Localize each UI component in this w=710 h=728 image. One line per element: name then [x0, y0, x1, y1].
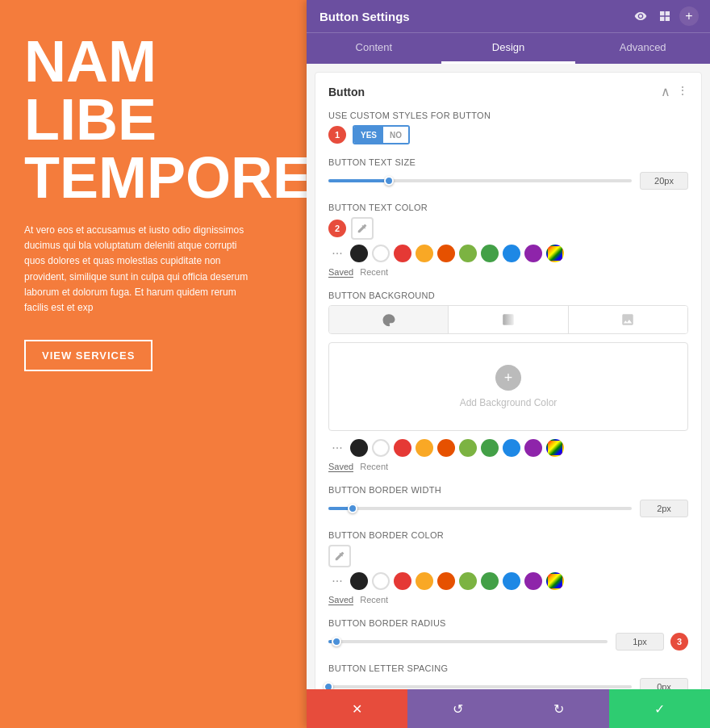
text-color-recent[interactable]: Recent	[360, 267, 388, 278]
redo-button[interactable]: ↻	[508, 689, 609, 728]
toggle-no[interactable]: NO	[383, 127, 408, 143]
text-color-saved[interactable]: Saved	[328, 267, 353, 278]
text-size-slider-row: 20px	[328, 172, 688, 190]
color-more-btn[interactable]: ···	[328, 245, 346, 262]
svg-rect-3	[503, 314, 514, 325]
color-green-light[interactable]	[459, 245, 477, 262]
text-size-field: Button Text Size 20px	[328, 157, 688, 190]
border-color-green[interactable]	[481, 572, 499, 590]
save-button[interactable]: ✓	[609, 689, 710, 728]
color-blue[interactable]	[503, 245, 520, 262]
border-color-black[interactable]	[350, 572, 368, 590]
bg-add-icon: +	[495, 365, 521, 391]
border-radius-label: Button Border Radius	[328, 618, 688, 628]
color-orange[interactable]	[437, 245, 455, 262]
bg-color-yellow[interactable]	[416, 439, 433, 457]
panel-header: Button Settings	[307, 0, 710, 32]
border-color-yellow[interactable]	[416, 572, 433, 590]
bg-tab-gradient[interactable]	[449, 306, 568, 333]
bg-color-more[interactable]: ···	[328, 439, 346, 457]
tab-content[interactable]: Content	[307, 33, 441, 64]
panel-body: Button ∧ ⋮ Use Custom Styles For Button …	[307, 64, 710, 689]
custom-styles-label: Use Custom Styles For Button	[328, 111, 688, 120]
border-color-orange[interactable]	[437, 572, 455, 590]
border-color-saved-recent: Saved Recent	[328, 595, 688, 605]
bg-color-green[interactable]	[481, 439, 499, 457]
border-color-swatches: ···	[328, 572, 688, 590]
border-width-value[interactable]: 2px	[640, 500, 688, 517]
page-cta-button[interactable]: VIEW SERVICES	[24, 340, 152, 371]
bg-color-purple[interactable]	[524, 439, 542, 457]
page-body: At vero eos et accusamus et iusto odio d…	[24, 223, 258, 316]
layout-icon[interactable]	[657, 8, 673, 24]
collapse-icon[interactable]: ∧	[661, 84, 670, 99]
toggle-row: 1 YES NO	[328, 125, 688, 144]
custom-styles-field: Use Custom Styles For Button 1 YES NO	[328, 111, 688, 144]
bg-color-green-light[interactable]	[459, 439, 477, 457]
text-size-thumb[interactable]	[384, 176, 394, 186]
letter-spacing-track[interactable]	[328, 685, 632, 688]
toggle-yes[interactable]: YES	[354, 127, 383, 143]
border-color-white[interactable]	[372, 572, 390, 590]
cancel-button[interactable]: ✕	[307, 689, 407, 728]
border-radius-track[interactable]	[328, 640, 608, 643]
bg-color-black[interactable]	[350, 439, 368, 457]
border-color-recent[interactable]: Recent	[360, 595, 388, 605]
custom-styles-toggle[interactable]: YES NO	[353, 125, 410, 144]
border-radius-slider-row: 1px	[328, 633, 664, 651]
undo-button[interactable]: ↺	[407, 689, 508, 728]
bg-color-orange[interactable]	[437, 439, 455, 457]
bg-type-tabs	[328, 305, 688, 334]
border-width-slider-row: 2px	[328, 500, 688, 517]
add-element-button[interactable]: +	[679, 6, 699, 26]
bg-color-white[interactable]	[372, 439, 390, 457]
bg-recent[interactable]: Recent	[360, 462, 388, 472]
color-purple[interactable]	[524, 245, 542, 262]
border-color-picker-btn[interactable]	[328, 545, 351, 567]
bg-tab-color[interactable]	[329, 306, 449, 333]
page-content: NAM LIBETEMPORE At vero eos et accusamus…	[0, 0, 282, 728]
tab-advanced[interactable]: Advanced	[575, 33, 710, 64]
bg-color-box[interactable]: + Add Background Color	[328, 342, 688, 431]
text-size-value[interactable]: 20px	[640, 172, 688, 190]
letter-spacing-value[interactable]: 0px	[640, 678, 688, 689]
panel-footer: ✕ ↺ ↻ ✓	[307, 689, 710, 728]
text-color-field: Button Text Color 2 ···	[328, 203, 688, 278]
bg-tab-image[interactable]	[569, 306, 687, 333]
border-width-track[interactable]	[328, 507, 632, 510]
view-icon[interactable]	[633, 8, 649, 24]
bg-saved-recent: Saved Recent	[328, 462, 688, 472]
border-width-thumb[interactable]	[348, 504, 357, 513]
border-color-saved[interactable]: Saved	[328, 595, 353, 605]
color-black[interactable]	[350, 245, 368, 262]
color-yellow[interactable]	[416, 245, 433, 262]
border-color-blue[interactable]	[503, 572, 520, 590]
bg-color-swatches: ···	[328, 439, 688, 457]
section-header-icons: ∧ ⋮	[661, 84, 688, 99]
color-white[interactable]	[372, 245, 390, 262]
letter-spacing-thumb[interactable]	[324, 682, 333, 689]
border-radius-thumb[interactable]	[332, 637, 341, 646]
bg-color-custom[interactable]	[546, 439, 564, 457]
border-color-red[interactable]	[394, 572, 411, 590]
border-color-more[interactable]: ···	[328, 572, 346, 590]
color-green[interactable]	[481, 245, 499, 262]
tab-design[interactable]: Design	[441, 33, 576, 64]
border-color-custom[interactable]	[546, 572, 564, 590]
bg-field: Button Background + Add Background Color	[328, 291, 688, 472]
border-color-green-light[interactable]	[459, 572, 477, 590]
section-header: Button ∧ ⋮	[328, 84, 688, 99]
color-custom[interactable]	[546, 245, 564, 262]
border-color-purple[interactable]	[524, 572, 542, 590]
bg-saved[interactable]: Saved	[328, 462, 353, 472]
text-size-track[interactable]	[328, 179, 632, 182]
settings-panel: Button Settings Content Design Advanced …	[307, 0, 710, 728]
border-radius-value[interactable]: 1px	[616, 633, 664, 651]
color-red[interactable]	[394, 245, 411, 262]
bg-color-blue[interactable]	[503, 439, 520, 457]
text-color-picker-btn[interactable]	[351, 217, 374, 240]
bg-label: Button Background	[328, 291, 688, 300]
bg-color-red[interactable]	[394, 439, 411, 457]
section-more-icon[interactable]: ⋮	[677, 84, 688, 99]
border-color-label: Button Border Color	[328, 530, 688, 540]
